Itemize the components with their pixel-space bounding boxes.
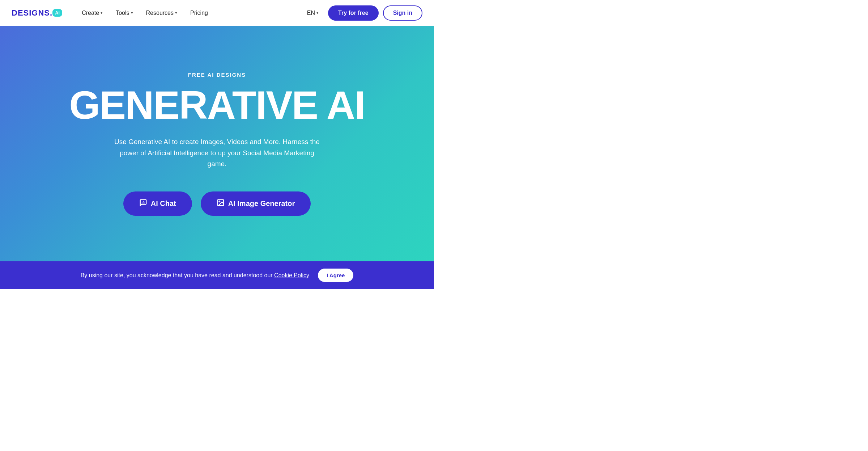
chevron-down-icon: ▾: [175, 10, 177, 15]
nav-tools-label: Tools: [116, 10, 129, 16]
sign-in-button[interactable]: Sign in: [383, 5, 422, 21]
chat-icon: [139, 199, 147, 208]
svg-point-3: [219, 201, 220, 202]
hero-subtitle: Use Generative AI to create Images, Vide…: [112, 136, 322, 169]
logo-ai-text: Ai: [55, 10, 60, 16]
hero-buttons: AI Chat AI Image Generator: [123, 191, 311, 216]
ai-chat-label: AI Chat: [151, 199, 176, 208]
nav-item-create[interactable]: Create ▾: [77, 7, 108, 19]
nav-item-tools[interactable]: Tools ▾: [111, 7, 138, 19]
nav-resources-label: Resources: [146, 10, 174, 16]
nav-item-pricing[interactable]: Pricing: [185, 7, 213, 19]
ai-image-generator-button[interactable]: AI Image Generator: [201, 191, 311, 216]
agree-button[interactable]: I Agree: [318, 269, 353, 282]
hero-section: FREE AI DESIGNS GENERATIVE AI Use Genera…: [0, 26, 434, 261]
logo[interactable]: DESIGNS. Ai: [12, 8, 62, 18]
chevron-down-icon: ▾: [316, 10, 319, 15]
lang-label: EN: [307, 10, 315, 16]
language-selector[interactable]: EN ▾: [302, 7, 324, 19]
nav-pricing-label: Pricing: [190, 10, 208, 16]
try-free-button[interactable]: Try for free: [328, 5, 379, 21]
nav-create-label: Create: [82, 10, 99, 16]
cookie-text: By using our site, you acknowledge that …: [81, 272, 309, 279]
nav-links: Create ▾ Tools ▾ Resources ▾ Pricing: [77, 7, 302, 19]
logo-text: DESIGNS.: [12, 8, 52, 18]
navbar: DESIGNS. Ai Create ▾ Tools ▾ Resources ▾…: [0, 0, 434, 26]
hero-title: GENERATIVE AI: [69, 85, 365, 125]
logo-ai-badge: Ai: [52, 9, 62, 17]
image-icon: [217, 199, 225, 208]
ai-image-label: AI Image Generator: [228, 199, 295, 208]
nav-item-resources[interactable]: Resources ▾: [141, 7, 182, 19]
chevron-down-icon: ▾: [101, 10, 103, 15]
ai-chat-button[interactable]: AI Chat: [123, 191, 192, 216]
cookie-policy-link[interactable]: Cookie Policy: [274, 272, 309, 278]
nav-right: EN ▾ Try for free Sign in: [302, 5, 422, 21]
cookie-banner: By using our site, you acknowledge that …: [0, 261, 434, 289]
hero-eyebrow: FREE AI DESIGNS: [188, 72, 246, 78]
chevron-down-icon: ▾: [131, 10, 133, 15]
